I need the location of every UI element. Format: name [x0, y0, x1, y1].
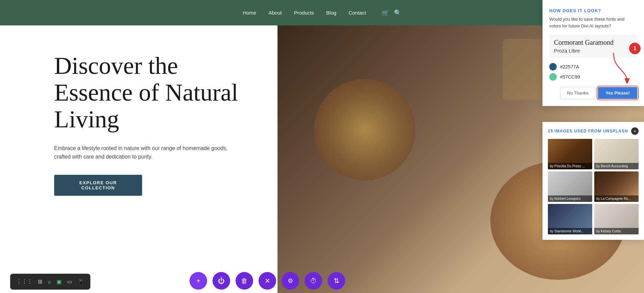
search-icon[interactable]: 🔍 — [394, 9, 401, 17]
fab-timer[interactable]: ⏱ — [305, 272, 322, 290]
color-label-1: #22577A — [560, 64, 579, 69]
nav-blog[interactable]: Blog — [326, 10, 336, 16]
cart-icon[interactable]: 🛒 — [382, 9, 389, 17]
fab-close[interactable]: ✕ — [259, 272, 276, 290]
fab-adjust[interactable]: ⇅ — [328, 272, 345, 290]
image-label-3: by La Compagnie Ro... — [594, 195, 639, 202]
annotation-arrow-icon — [610, 53, 630, 83]
image-label-1: by Bench Accounting — [594, 163, 639, 169]
image-tile-2[interactable]: by Norbert Levajsics — [548, 171, 592, 202]
image-label-2: by Norbert Levajsics — [548, 195, 592, 202]
image-tile-0[interactable]: by Priscilla Du Preez ... — [548, 139, 592, 169]
image-label-5: by Kelsey Curtis — [594, 228, 639, 234]
fab-row: + ⏻ 🗑 ✕ ⚙ ⏱ ⇅ — [190, 272, 345, 290]
color-swatch-1[interactable] — [549, 63, 557, 70]
bottom-toolbar: ⋮⋮⋮ ⊞ ⌕ ▣ ▭ 📱 — [10, 274, 90, 290]
no-thanks-button[interactable]: No Thanks — [560, 87, 596, 99]
toolbar-grid-icon[interactable]: ⊞ — [37, 277, 44, 286]
popup-unsplash-heading: 15 IMAGES USED FROM UNSPLASH — [548, 129, 628, 133]
popup-how-heading: HOW DOES IT LOOK? — [549, 8, 637, 13]
image-label-0: by Priscilla Du Preez ... — [548, 163, 592, 169]
image-tile-5[interactable]: by Kelsey Curtis — [594, 204, 639, 234]
popup-how-does-it-look: HOW DOES IT LOOK? Would you like to save… — [542, 0, 644, 106]
nav-products[interactable]: Products — [294, 10, 314, 16]
popup-unsplash: 15 IMAGES USED FROM UNSPLASH × by Prisci… — [542, 122, 644, 240]
nav-about[interactable]: About — [268, 10, 282, 16]
popup-unsplash-header: 15 IMAGES USED FROM UNSPLASH × — [548, 127, 639, 135]
nav-home[interactable]: Home — [243, 10, 256, 16]
close-unsplash-button[interactable]: × — [631, 127, 639, 135]
fab-power[interactable]: ⏻ — [213, 272, 230, 290]
toolbar-desktop-icon[interactable]: ▣ — [55, 277, 63, 286]
hero-title: Discover the Essence of Natural Living — [54, 53, 257, 133]
toolbar-dots-icon[interactable]: ⋮⋮⋮ — [15, 277, 34, 286]
image-grid: by Priscilla Du Preez ... by Bench Accou… — [548, 139, 639, 234]
hero-subtitle: Embrace a lifestyle rooted in nature wit… — [54, 144, 230, 161]
image-tile-1[interactable]: by Bench Accounting — [594, 139, 639, 169]
nav-contact[interactable]: Contact — [349, 10, 366, 16]
image-label-4: by Standsome Workl... — [548, 228, 592, 234]
image-tile-4[interactable]: by Standsome Workl... — [548, 204, 592, 234]
yes-please-button[interactable]: Yes Please! — [598, 87, 637, 99]
color-label-2: #57CC99 — [560, 74, 580, 80]
toolbar-tablet-icon[interactable]: ▭ — [66, 277, 73, 286]
fab-settings[interactable]: ⚙ — [282, 272, 299, 290]
annotation-badge: 1 — [629, 43, 641, 54]
cta-button[interactable]: EXPLORE OUR COLLECTION — [54, 175, 142, 196]
popup-how-buttons: 1 No Thanks Yes Please! — [549, 87, 637, 99]
popup-how-description: Would you like to save these fonts and c… — [549, 16, 637, 29]
image-tile-3[interactable]: by La Compagnie Ro... — [594, 171, 639, 202]
color-swatch-2[interactable] — [549, 73, 557, 81]
fab-add[interactable]: + — [190, 272, 207, 290]
font-primary: Cormorant Garamond — [554, 39, 632, 46]
hero-left: Discover the Essence of Natural Living E… — [0, 25, 277, 293]
toolbar-mobile-icon[interactable]: 📱 — [76, 277, 86, 286]
toolbar-search-icon[interactable]: ⌕ — [46, 277, 52, 286]
fab-delete[interactable]: 🗑 — [236, 272, 253, 290]
